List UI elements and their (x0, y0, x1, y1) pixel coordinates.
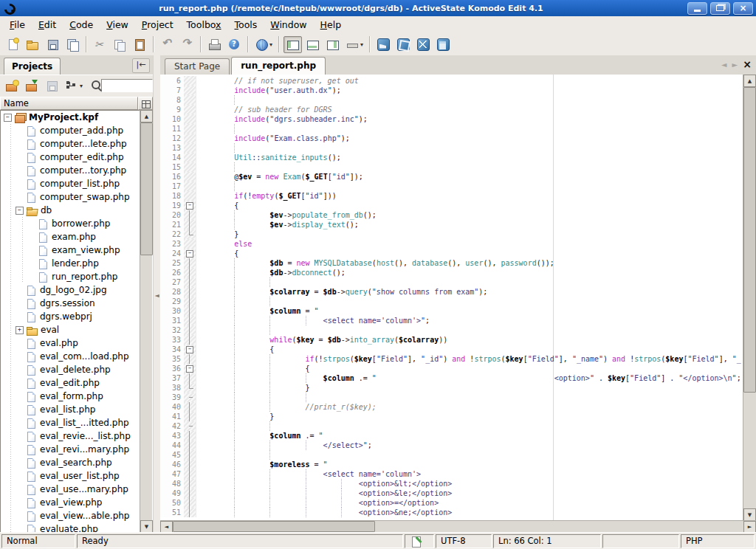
fold-margin[interactable] (184, 124, 196, 134)
tree-item-exam-view-php[interactable]: exam_view.php (1, 244, 152, 257)
window-close-button[interactable]: × (733, 2, 753, 15)
hide-all-panes-button[interactable]: ▾ (343, 36, 365, 53)
tree-item-computer-swap-php[interactable]: computer_swap.php (1, 190, 152, 204)
help-button[interactable] (225, 36, 244, 53)
fold-margin[interactable] (184, 335, 196, 345)
fold-margin[interactable] (184, 421, 196, 431)
save-all-button[interactable] (63, 36, 82, 53)
menu-edit[interactable]: Edit (32, 17, 63, 33)
column-header-name[interactable]: Name (0, 97, 138, 110)
tree-item-exam-php[interactable]: exam.php (1, 230, 152, 244)
fold-margin[interactable] (184, 306, 196, 316)
tree-item-computer-tory-php[interactable]: computer...tory.php (1, 164, 152, 177)
open-file-button[interactable] (24, 36, 42, 53)
show-right-pane-button[interactable] (323, 36, 342, 53)
tree-item-dgrs-webprj[interactable]: dgrs.webprj (1, 310, 152, 323)
fold-collapse-icon[interactable]: − (186, 202, 193, 210)
undo-button[interactable] (158, 36, 176, 53)
komodo-tool-4-button[interactable] (434, 36, 453, 53)
tree-item-borrower-php[interactable]: borrower.php (1, 217, 152, 230)
fold-margin[interactable] (184, 105, 196, 114)
tree-item-eval-com-load-php[interactable]: eval_com...load.php (1, 350, 152, 363)
tree-item-eval-delete-php[interactable]: eval_delete.php (1, 363, 152, 376)
tree-item-eval-search-php[interactable]: eval_search.php (1, 456, 152, 469)
komodo-tool-3-button[interactable] (414, 36, 433, 53)
menu-window[interactable]: Window (264, 17, 313, 33)
fold-margin[interactable] (184, 153, 196, 162)
fold-margin[interactable] (184, 134, 196, 143)
tree-scrollbar-thumb[interactable] (140, 122, 153, 255)
tree-item-computer-list-php[interactable]: computer_list.php (1, 177, 152, 190)
fold-margin[interactable] (184, 373, 196, 383)
tree-item-eval-user-list-php[interactable]: eval_user_list.php (1, 469, 152, 483)
tree-item-eval-list-itted-php[interactable]: eval_list_...itted.php (1, 416, 152, 429)
tree-item-eval[interactable]: +eval (1, 323, 152, 336)
fold-margin[interactable] (184, 191, 196, 201)
fold-margin[interactable] (184, 383, 196, 393)
fold-margin[interactable] (184, 229, 196, 239)
collapse-panel-button[interactable]: |← (132, 58, 150, 73)
fold-margin[interactable]: − (184, 345, 196, 354)
tab-scroll-left-icon[interactable]: ◄ (721, 61, 727, 69)
scroll-up-button[interactable]: ▲ (743, 75, 756, 87)
fold-margin[interactable] (184, 402, 196, 412)
show-bottom-pane-button[interactable] (303, 36, 322, 53)
menu-view[interactable]: View (100, 17, 135, 33)
menu-code[interactable]: Code (63, 17, 100, 33)
fold-margin[interactable] (184, 498, 196, 508)
tree-item-eval-form-php[interactable]: eval_form.php (1, 390, 152, 403)
new-project-button[interactable] (3, 77, 21, 94)
fold-margin[interactable] (184, 258, 196, 268)
fold-margin[interactable] (184, 114, 196, 124)
tree-item-eval-view-able-php[interactable]: eval_view...able.php (1, 509, 152, 522)
open-project-button[interactable] (23, 77, 41, 94)
tree-item-computer-edit-php[interactable]: computer_edit.php (1, 151, 152, 164)
menu-toolbox[interactable]: Toolbox (180, 17, 228, 33)
project-search-input[interactable] (101, 79, 153, 92)
close-buffer-icon[interactable]: × (743, 59, 752, 69)
tree-scrollbar[interactable]: ▲ ▼ (140, 110, 152, 533)
vertical-scrollbar-thumb[interactable] (743, 87, 756, 393)
fold-margin[interactable] (184, 172, 196, 182)
save-button[interactable] (44, 36, 62, 53)
tree-item-run-report-php[interactable]: run_report.php (1, 270, 152, 283)
print-button[interactable] (205, 36, 224, 53)
fold-margin[interactable] (184, 268, 196, 277)
fold-margin[interactable]: − (184, 364, 196, 373)
fold-margin[interactable]: − (184, 249, 196, 258)
fold-margin[interactable] (184, 431, 196, 441)
menu-project[interactable]: Project (135, 17, 180, 33)
fold-margin[interactable] (184, 393, 196, 402)
tab-run-report-php[interactable]: run_report.php (231, 57, 326, 75)
copy-button[interactable] (111, 36, 129, 53)
tree-item-computer-lete-php[interactable]: computer...lete.php (1, 137, 152, 151)
fold-margin[interactable] (184, 508, 196, 517)
tree-scroll-down-button[interactable]: ▼ (140, 520, 153, 533)
project-options-button[interactable]: ▾ (63, 77, 85, 94)
horizontal-scrollbar-thumb[interactable] (173, 521, 375, 532)
tree-item-eval-revie-list-php[interactable]: eval_revie..._list.php (1, 429, 152, 443)
collapse-expander-icon[interactable]: − (4, 114, 12, 122)
fold-margin[interactable] (184, 488, 196, 498)
fold-margin[interactable] (184, 412, 196, 421)
fold-margin[interactable] (184, 277, 196, 287)
fold-margin[interactable]: − (184, 201, 196, 210)
fold-collapse-icon[interactable]: − (186, 346, 193, 353)
tree-item-evaluate-php[interactable]: evaluate.php (1, 522, 152, 533)
tab-scroll-right-icon[interactable]: ► (732, 61, 738, 69)
fold-margin[interactable] (184, 143, 196, 153)
cut-button[interactable] (91, 36, 109, 53)
fold-margin[interactable] (184, 354, 196, 364)
fold-collapse-icon[interactable]: − (186, 250, 193, 258)
tree-scroll-up-button[interactable]: ▲ (140, 110, 153, 122)
save-project-button[interactable] (43, 77, 61, 94)
fold-margin[interactable] (184, 220, 196, 229)
window-minimize-button[interactable] (687, 2, 707, 15)
fold-margin[interactable] (184, 316, 196, 325)
komodo-tool-1-button[interactable] (374, 36, 393, 53)
tree-item-dgrs-session[interactable]: dgrs.session (1, 297, 152, 310)
fold-margin[interactable] (184, 441, 196, 450)
tree-item-eval-revi-mary-php[interactable]: eval_revi...mary.php (1, 443, 152, 456)
komodo-tool-2-button[interactable] (394, 36, 413, 53)
new-file-button[interactable] (4, 36, 22, 53)
